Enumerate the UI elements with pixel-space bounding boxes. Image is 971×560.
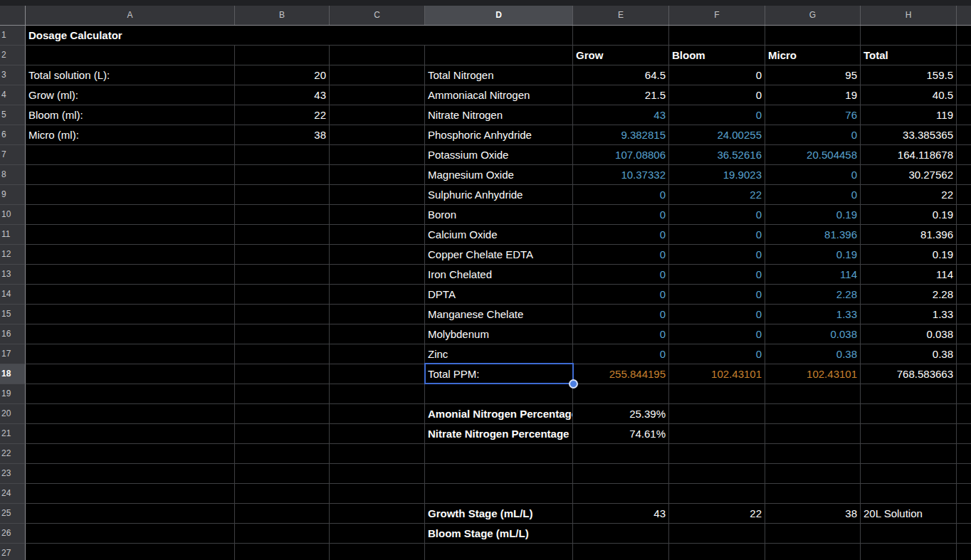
cell-D3[interactable]: Total Nitrogen [425,65,573,85]
cell-H21[interactable] [861,424,957,444]
row-header-18[interactable]: 18 [0,364,26,384]
cell-stub-3[interactable] [957,65,971,85]
column-header-C[interactable]: C [330,6,425,25]
cell-stub-17[interactable] [957,344,971,364]
cell-E15[interactable]: 0 [573,305,669,324]
cell-C11[interactable] [330,225,425,245]
cell-C22[interactable] [330,444,425,464]
cell-A5[interactable]: Bloom (ml): [26,105,235,125]
cell-stub-25[interactable] [957,504,971,524]
cell-H3[interactable]: 159.5 [861,65,957,85]
cell-B6[interactable]: 38 [235,125,330,145]
cell-C12[interactable] [330,245,425,265]
cell-D23[interactable] [425,464,573,484]
cell-D13[interactable]: Iron Chelated [425,265,573,285]
cell-D15[interactable]: Manganese Chelate [425,305,573,324]
cell-F20[interactable] [669,404,765,424]
cell-H16[interactable]: 0.038 [861,324,957,344]
row-header-23[interactable]: 23 [0,464,26,484]
cell-H17[interactable]: 0.38 [861,344,957,364]
row-header-24[interactable]: 24 [0,484,26,504]
cell-G12[interactable]: 0.19 [765,245,861,265]
cell-B20[interactable] [235,404,330,424]
row-header-7[interactable]: 7 [0,145,26,165]
cell-C18[interactable] [330,364,425,384]
cell-B19[interactable] [235,384,330,404]
cell-H10[interactable]: 0.19 [861,205,957,225]
cell-D19[interactable] [425,384,573,404]
cell-D21[interactable]: Nitrate Nitrogen Percentage [425,424,573,444]
cell-G13[interactable]: 114 [765,265,861,285]
cell-C26[interactable] [330,524,425,544]
cell-F24[interactable] [669,484,765,504]
row-header-6[interactable]: 6 [0,125,26,145]
cell-G17[interactable]: 0.38 [765,344,861,364]
cell-E8[interactable]: 10.37332 [573,165,669,185]
cell-H4[interactable]: 40.5 [861,85,957,105]
cell-H7[interactable]: 164.118678 [861,145,957,165]
row-header-16[interactable]: 16 [0,324,26,344]
cell-D5[interactable]: Nitrate Nitrogen [425,105,573,125]
cell-stub-21[interactable] [957,424,971,444]
cell-A19[interactable] [26,384,235,404]
cell-F17[interactable]: 0 [669,344,765,364]
cell-stub-16[interactable] [957,324,971,344]
cell-B5[interactable]: 22 [235,105,330,125]
cell-H8[interactable]: 30.27562 [861,165,957,185]
cell-D14[interactable]: DPTA [425,285,573,305]
cell-B15[interactable] [235,305,330,324]
cell-F12[interactable]: 0 [669,245,765,265]
cell-C14[interactable] [330,285,425,305]
row-header-4[interactable]: 4 [0,85,26,105]
cell-D7[interactable]: Potassium Oxide [425,145,573,165]
cell-stub-24[interactable] [957,484,971,504]
cell-C4[interactable] [330,85,425,105]
cell-E27[interactable] [573,544,669,560]
cell-stub-18[interactable] [957,364,971,384]
cell-H13[interactable]: 114 [861,265,957,285]
cell-C5[interactable] [330,105,425,125]
select-all-corner[interactable] [0,6,26,25]
cell-C16[interactable] [330,324,425,344]
cell-stub-5[interactable] [957,105,971,125]
cell-B23[interactable] [235,464,330,484]
cell-G6[interactable]: 0 [765,125,861,145]
cell-F10[interactable]: 0 [669,205,765,225]
cell-F14[interactable]: 0 [669,285,765,305]
cell-D20[interactable]: Amonial Nitrogen Percentage [425,404,573,424]
cell-C19[interactable] [330,384,425,404]
cell-stub-13[interactable] [957,265,971,285]
cell-C24[interactable] [330,484,425,504]
cell-A25[interactable] [26,504,235,524]
cell-G19[interactable] [765,384,861,404]
cell-A6[interactable]: Micro (ml): [26,125,235,145]
cell-E4[interactable]: 21.5 [573,85,669,105]
cell-B2[interactable] [235,46,330,65]
cell-stub-4[interactable] [957,85,971,105]
cell-G10[interactable]: 0.19 [765,205,861,225]
cell-D26[interactable]: Bloom Stage (mL/L) [425,524,573,544]
cell-B27[interactable] [235,544,330,560]
cell-H6[interactable]: 33.385365 [861,125,957,145]
cell-G23[interactable] [765,464,861,484]
cell-H19[interactable] [861,384,957,404]
cell-F8[interactable]: 19.9023 [669,165,765,185]
cell-E25[interactable]: 43 [573,504,669,524]
row-header-1[interactable]: 1 [0,26,26,46]
cell-H20[interactable] [861,404,957,424]
cell-E17[interactable]: 0 [573,344,669,364]
row-header-20[interactable]: 20 [0,404,26,424]
cell-F4[interactable]: 0 [669,85,765,105]
row-header-9[interactable]: 9 [0,185,26,205]
column-header-B[interactable]: B [235,6,330,25]
cell-F9[interactable]: 22 [669,185,765,205]
cell-G15[interactable]: 1.33 [765,305,861,324]
cell-C3[interactable] [330,65,425,85]
cell-A10[interactable] [26,205,235,225]
cell-F6[interactable]: 24.00255 [669,125,765,145]
cell-stub-10[interactable] [957,205,971,225]
column-header-D[interactable]: D [425,6,573,25]
cell-D8[interactable]: Magnesium Oxide [425,165,573,185]
row-header-11[interactable]: 11 [0,225,26,245]
cell-G8[interactable]: 0 [765,165,861,185]
